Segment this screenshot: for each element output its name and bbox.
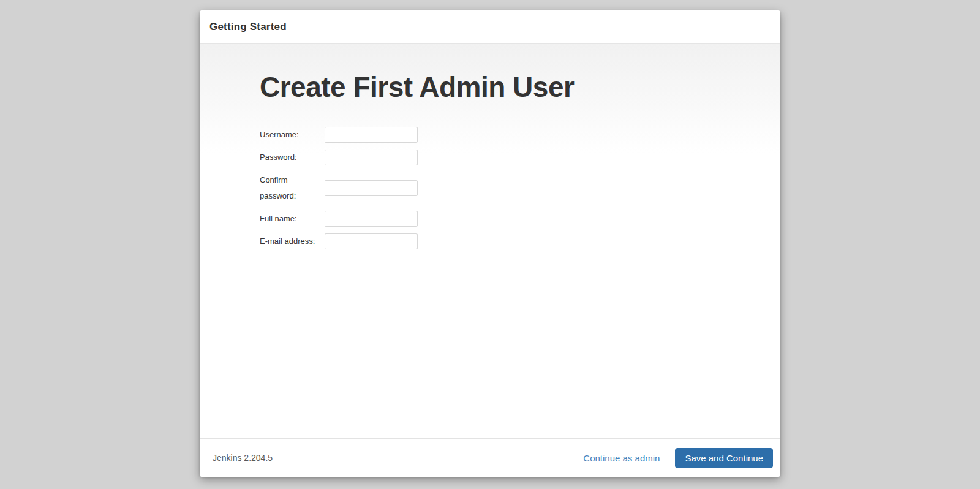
dialog-header-title: Getting Started (209, 21, 287, 33)
dialog-content: Create First Admin User Username: Passwo… (200, 44, 780, 438)
confirm-password-label: Confirm password: (260, 172, 325, 204)
admin-user-form: Username: Password: Confirm password: Fu… (260, 127, 756, 249)
continue-as-admin-link[interactable]: Continue as admin (583, 453, 660, 463)
confirm-password-input[interactable] (325, 180, 418, 196)
full-name-input[interactable] (325, 211, 418, 227)
form-row-username: Username: (260, 127, 756, 143)
form-row-full-name: Full name: (260, 211, 756, 227)
getting-started-dialog: Getting Started Create First Admin User … (200, 10, 780, 477)
form-row-password: Password: (260, 150, 756, 165)
email-label: E-mail address: (260, 233, 325, 249)
username-input[interactable] (325, 127, 418, 143)
form-row-confirm-password: Confirm password: (260, 172, 756, 204)
form-row-email: E-mail address: (260, 233, 756, 249)
dialog-header: Getting Started (200, 10, 780, 44)
email-input[interactable] (325, 233, 418, 249)
full-name-label: Full name: (260, 211, 325, 227)
page-title: Create First Admin User (260, 70, 756, 104)
jenkins-version-text: Jenkins 2.204.5 (213, 453, 273, 463)
password-input[interactable] (325, 150, 418, 165)
password-label: Password: (260, 150, 325, 165)
username-label: Username: (260, 127, 325, 143)
save-and-continue-button[interactable]: Save and Continue (675, 448, 773, 468)
dialog-footer: Jenkins 2.204.5 Continue as admin Save a… (200, 438, 780, 477)
